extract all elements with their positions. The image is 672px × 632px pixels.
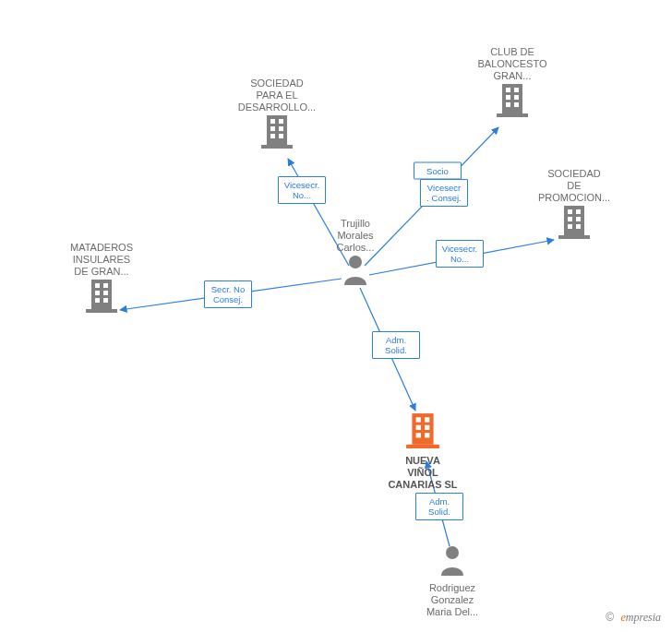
svg-rect-19 [514,88,519,92]
node-label: CLUB DE BALONCESTO GRAN... [462,46,563,82]
building-icon [497,82,528,120]
node-mataderos[interactable]: MATADEROS INSULARES DE GRAN... [51,238,152,316]
svg-rect-23 [514,102,519,107]
svg-rect-40 [425,433,429,437]
edge-label-vice-consej: Vicesecr . Consej. [420,179,468,207]
building-icon [86,278,117,316]
node-label: NUEVA VIÑOL CANARIAS SL [372,455,474,491]
diagram-canvas: Secr. No Consej. Vicesecr. No... Socio V… [0,0,672,632]
node-club-baloncesto[interactable]: CLUB DE BALONCESTO GRAN... [462,42,563,120]
svg-rect-2 [95,283,100,288]
svg-rect-34 [406,445,439,448]
svg-rect-3 [103,283,108,288]
svg-rect-28 [568,217,572,221]
svg-rect-0 [91,280,112,309]
svg-rect-11 [279,119,283,124]
edge-label-vice1: Vicesecr. No... [278,176,326,204]
svg-rect-1 [86,309,117,313]
svg-rect-4 [95,291,100,295]
person-icon [438,544,466,578]
node-sociedad-promocion[interactable]: SOCIEDAD DE PROMOCION... [523,164,625,242]
svg-rect-36 [425,417,429,422]
edge-label-adm1: Adm. Solid. [372,331,420,359]
node-label: Rodriguez Gonzalez Maria Del... [402,582,503,618]
node-label: Trujillo Morales Carlos... [305,218,406,254]
svg-rect-21 [514,95,519,100]
svg-rect-24 [564,206,584,235]
node-nueva-vinol[interactable]: NUEVA VIÑOL CANARIAS SL [372,411,474,491]
node-label: MATADEROS INSULARES DE GRAN... [51,242,152,278]
svg-rect-31 [576,224,581,229]
node-sociedad-desarrollo[interactable]: SOCIEDAD PARA EL DESARROLLO... [226,74,328,151]
edge-label-socio: Socio [414,162,462,180]
svg-rect-5 [103,291,108,295]
svg-rect-37 [416,425,421,430]
copyright-symbol: © [606,611,614,624]
edge-label-vice2: Vicesecr. No... [436,240,484,268]
svg-rect-13 [279,126,283,131]
person-icon [342,254,369,288]
building-icon [261,113,293,151]
svg-rect-22 [506,102,510,107]
svg-rect-20 [506,95,510,100]
edges-layer [0,0,672,632]
svg-rect-16 [502,84,522,113]
svg-rect-14 [270,134,275,138]
node-rodriguez[interactable]: Rodriguez Gonzalez Maria Del... [402,544,503,618]
svg-rect-6 [95,298,100,303]
svg-rect-27 [576,209,581,214]
edge-label-adm2: Adm. Solid. [415,493,463,520]
edge-label-secr: Secr. No Consej. [204,280,252,308]
svg-rect-25 [558,235,590,239]
svg-rect-35 [416,417,421,422]
svg-rect-30 [568,224,572,229]
svg-rect-39 [416,433,421,437]
node-trujillo[interactable]: Trujillo Morales Carlos... [305,214,406,288]
svg-rect-8 [267,115,287,145]
svg-rect-38 [425,425,429,430]
svg-rect-10 [270,119,275,124]
svg-rect-29 [576,217,581,221]
svg-rect-17 [497,113,528,117]
svg-rect-9 [261,145,293,149]
svg-rect-26 [568,209,572,214]
svg-rect-15 [279,134,283,138]
node-label: SOCIEDAD DE PROMOCION... [523,168,625,204]
svg-rect-18 [506,88,510,92]
node-label: SOCIEDAD PARA EL DESARROLLO... [226,78,328,113]
watermark: © empresia [606,611,661,625]
building-icon [406,411,439,451]
svg-point-32 [349,256,362,268]
svg-rect-33 [412,413,433,445]
brand-rest: mpresia [626,611,661,624]
svg-rect-7 [103,298,108,303]
svg-rect-12 [270,126,275,131]
building-icon [558,204,590,242]
svg-point-41 [446,546,459,559]
